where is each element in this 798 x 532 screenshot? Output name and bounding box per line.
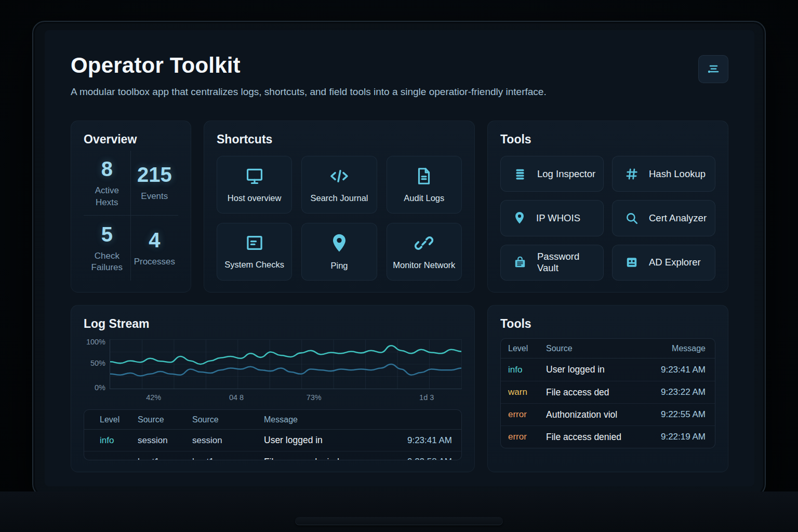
shortcut-label: Host overview [228, 193, 282, 203]
time-cell: 9:23:41 AM [628, 365, 706, 375]
col-header-level: Level [508, 344, 546, 353]
shortcut-label: Audit Logs [404, 193, 444, 203]
stat-label: Check Failures [87, 250, 127, 273]
tool-label: Log Inspector [537, 168, 595, 180]
level-badge: info [508, 365, 546, 375]
page-title: Operator Toolkit [71, 53, 547, 78]
stat-processes: 4 Processes [131, 216, 178, 281]
source-cell: host1 [192, 457, 264, 460]
tool-log-inspector[interactable]: Log Inspector [500, 156, 604, 192]
chart-y-axis: 100% 50% 0% [84, 339, 110, 389]
shortcut-label: Monitor Network [393, 260, 455, 270]
shortcut-label: Ping [330, 261, 348, 271]
time-cell: 9:23:41 AM [384, 435, 452, 446]
col-header-source: Source [546, 344, 628, 353]
col-header-message: Message [264, 415, 384, 424]
shortcut-host-overview[interactable]: Host overview [217, 156, 292, 214]
shortcut-audit-logs[interactable]: Audit Logs [387, 156, 462, 214]
source-cell: session [138, 435, 192, 446]
level-badge: info [100, 435, 138, 446]
filter-lines-icon [706, 62, 721, 76]
log-stream-chart: 100% 50% 0% [84, 339, 462, 389]
hash-icon [625, 167, 639, 181]
tool-password-vault[interactable]: Password Vault [500, 245, 604, 281]
time-cell: 9:22:55 AM [628, 409, 706, 420]
filter-button[interactable] [698, 55, 728, 83]
shortcut-search-journal[interactable]: Search Journal [301, 156, 377, 214]
stat-events: 215 Events [131, 151, 178, 216]
chart-x-axis: 42% 04 8 73% 1d 3 [110, 392, 462, 402]
message-cell: User logged in [264, 435, 384, 446]
overview-title: Overview [84, 132, 178, 147]
y-tick: 100% [86, 338, 105, 346]
source-cell: host1 [138, 457, 192, 460]
vault-icon [513, 256, 527, 269]
message-cell: File access ded [546, 387, 628, 398]
col-header-source2: Source [192, 415, 264, 424]
tool-label: IP WHOIS [536, 212, 580, 224]
tool-cert-analyzer[interactable]: Cert Analyzer [612, 200, 715, 236]
magnifier-icon [625, 211, 639, 225]
shortcut-ping[interactable]: Ping [301, 223, 377, 281]
tool-label: Password Vault [537, 251, 603, 274]
monitor-stand-base [295, 517, 503, 525]
stat-value: 4 [149, 229, 160, 252]
chart-plot-area [110, 339, 462, 389]
x-tick: 42% [146, 393, 161, 402]
tools-panel: Tools Log Inspector [487, 121, 728, 292]
table-row: error File access denied 9:22:19 AM [501, 425, 715, 448]
monitor-icon [244, 166, 265, 186]
tool-label: Cert Analyzer [649, 212, 707, 224]
tools-grid: Log Inspector Hash Lookup [500, 156, 715, 281]
stat-label: Events [141, 191, 168, 202]
desk-surface [0, 491, 798, 532]
shortcut-label: Search Journal [311, 193, 368, 203]
tools-log-title: Tools [500, 317, 715, 331]
shortcuts-grid: Host overview Search Journal [217, 156, 462, 281]
col-header-level: Level [100, 415, 138, 424]
document-icon [414, 166, 434, 186]
shortcut-system-checks[interactable]: System Checks [217, 223, 292, 281]
log-stream-table: Level Source Source Message info session… [84, 409, 462, 460]
app-window: Operator Toolkit A modular toolbox app t… [45, 30, 754, 486]
message-cell: File access denied [264, 457, 384, 460]
col-header-source: Source [138, 415, 192, 424]
header: Operator Toolkit A modular toolbox app t… [71, 53, 728, 98]
terminal-icon [244, 234, 265, 252]
tool-ip-whois[interactable]: IP WHOIS [500, 200, 604, 236]
id-card-icon [625, 256, 639, 269]
time-cell: 9:23:22 AM [628, 387, 706, 397]
stat-label: Active Hexts [87, 185, 127, 208]
level-badge: error [508, 409, 546, 420]
table-header-row: Level Source Message [501, 339, 715, 358]
tools-log-table: Level Source Message info User logged in… [500, 338, 715, 448]
table-row: warn host1 host1 File access denied 9:22… [84, 451, 461, 460]
message-cell: User logged in [546, 364, 628, 375]
shortcut-label: System Checks [224, 260, 284, 270]
log-stream-title: Log Stream [84, 317, 462, 331]
source-cell: session [192, 435, 264, 446]
level-badge: warn [100, 457, 138, 460]
shortcut-monitor-network[interactable]: Monitor Network [387, 223, 462, 281]
tool-label: Hash Lookup [649, 168, 706, 180]
tool-ad-explorer[interactable]: AD Explorer [612, 245, 715, 281]
x-tick: 04 8 [229, 393, 244, 402]
monitor-frame: Operator Toolkit A modular toolbox app t… [32, 21, 766, 497]
overview-panel: Overview 8 Active Hexts 215 Events 5 Che [71, 121, 191, 292]
col-header-message: Message [628, 344, 706, 353]
stat-check-failures: 5 Check Failures [84, 216, 131, 281]
page-subtitle: A modular toolbox app that centralizes l… [71, 86, 547, 98]
x-tick: 1d 3 [419, 393, 434, 402]
stat-value: 5 [101, 223, 113, 246]
tool-hash-lookup[interactable]: Hash Lookup [612, 156, 715, 192]
stat-value: 8 [101, 157, 113, 181]
link-icon [414, 233, 434, 253]
table-row: info session session User logged in 9:23… [84, 430, 461, 451]
table-row: error Authonization viol 9:22:55 AM [501, 403, 715, 425]
level-badge: error [508, 432, 546, 442]
shortcuts-panel: Shortcuts Host overview [204, 121, 475, 292]
table-row: warn File access ded 9:23:22 AM [501, 381, 715, 403]
code-icon [328, 166, 350, 186]
table-row: info User logged in 9:23:41 AM [501, 358, 715, 381]
log-stream-panel: Log Stream 100% 50% 0% 42% 04 8 [71, 305, 475, 472]
